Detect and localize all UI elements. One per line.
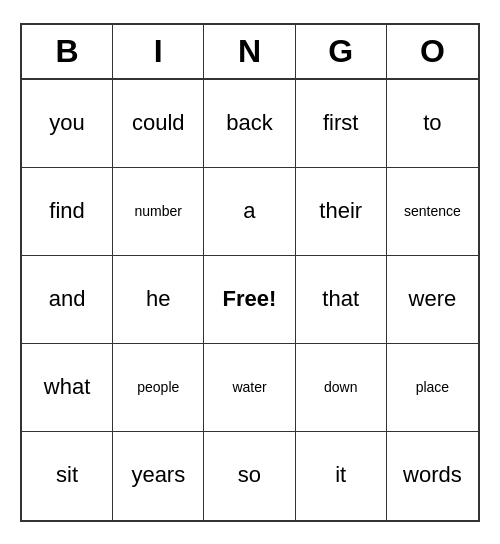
cell-text: he <box>146 286 170 312</box>
header-letter: I <box>113 25 204 78</box>
cell-text: years <box>131 462 185 488</box>
cell-text: find <box>49 198 84 224</box>
cell-text: Free! <box>223 286 277 312</box>
bingo-cell: first <box>296 80 387 168</box>
bingo-cell: back <box>204 80 295 168</box>
cell-text: number <box>135 203 182 220</box>
bingo-cell: their <box>296 168 387 256</box>
bingo-cell: words <box>387 432 478 520</box>
cell-text: their <box>319 198 362 224</box>
cell-text: sit <box>56 462 78 488</box>
bingo-cell: down <box>296 344 387 432</box>
bingo-cell: sentence <box>387 168 478 256</box>
bingo-cell: find <box>22 168 113 256</box>
cell-text: people <box>137 379 179 396</box>
bingo-header: BINGO <box>22 25 478 80</box>
bingo-grid: youcouldbackfirsttofindnumberatheirsente… <box>22 80 478 520</box>
header-letter: B <box>22 25 113 78</box>
cell-text: first <box>323 110 358 136</box>
cell-text: to <box>423 110 441 136</box>
bingo-cell: years <box>113 432 204 520</box>
cell-text: you <box>49 110 84 136</box>
cell-text: that <box>322 286 359 312</box>
bingo-card: BINGO youcouldbackfirsttofindnumberathei… <box>20 23 480 522</box>
bingo-cell: and <box>22 256 113 344</box>
cell-text: what <box>44 374 90 400</box>
cell-text: it <box>335 462 346 488</box>
bingo-cell: to <box>387 80 478 168</box>
bingo-cell: he <box>113 256 204 344</box>
header-letter: N <box>204 25 295 78</box>
bingo-cell: place <box>387 344 478 432</box>
bingo-cell: a <box>204 168 295 256</box>
bingo-cell: so <box>204 432 295 520</box>
cell-text: water <box>232 379 266 396</box>
cell-text: down <box>324 379 357 396</box>
bingo-cell: could <box>113 80 204 168</box>
header-letter: O <box>387 25 478 78</box>
cell-text: place <box>416 379 449 396</box>
cell-text: a <box>243 198 255 224</box>
bingo-cell: sit <box>22 432 113 520</box>
bingo-cell: number <box>113 168 204 256</box>
bingo-cell: it <box>296 432 387 520</box>
bingo-cell: you <box>22 80 113 168</box>
free-space: Free! <box>204 256 295 344</box>
bingo-cell: what <box>22 344 113 432</box>
bingo-cell: people <box>113 344 204 432</box>
cell-text: back <box>226 110 272 136</box>
cell-text: and <box>49 286 86 312</box>
bingo-cell: water <box>204 344 295 432</box>
header-letter: G <box>296 25 387 78</box>
bingo-cell: were <box>387 256 478 344</box>
cell-text: sentence <box>404 203 461 220</box>
bingo-cell: that <box>296 256 387 344</box>
cell-text: so <box>238 462 261 488</box>
cell-text: could <box>132 110 185 136</box>
cell-text: words <box>403 462 462 488</box>
cell-text: were <box>409 286 457 312</box>
